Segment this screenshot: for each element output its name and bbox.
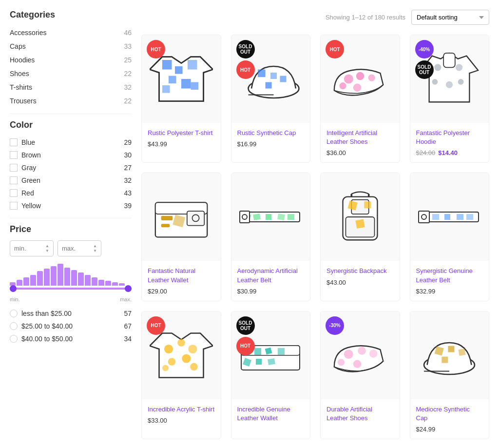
product-image: HOT	[142, 35, 221, 123]
sidebar-item-count: 22	[124, 70, 132, 78]
svg-rect-11	[270, 73, 277, 79]
svg-rect-6	[181, 79, 191, 89]
product-name: Synergistic Genuine Leather Belt	[416, 267, 483, 284]
svg-point-19	[353, 83, 362, 92]
sidebar-item-label: Caps	[10, 42, 26, 50]
color-checkbox-red[interactable]	[10, 189, 18, 197]
sidebar-item-label: Trousers	[10, 97, 37, 105]
product-card[interactable]: HOT Incredible Acrylic T-shirt $33.00	[141, 311, 221, 439]
product-image: HOT	[321, 35, 400, 123]
svg-rect-33	[161, 224, 170, 228]
color-label: Yellow	[21, 202, 41, 210]
sidebar-item-accessories[interactable]: Accessories46	[10, 26, 132, 39]
svg-rect-48	[364, 201, 371, 208]
color-item-red: Red43	[10, 187, 132, 199]
sidebar-item-count: 32	[124, 83, 132, 91]
product-image: -40% SOLD OUT	[410, 35, 489, 123]
product-original-price: $24.00	[416, 149, 436, 156]
color-label: Gray	[21, 164, 36, 172]
product-card[interactable]: Aerodynamic Artificial Leather Belt $30.…	[231, 173, 311, 301]
product-card[interactable]: Synergistic Backpack $43.00	[320, 173, 400, 301]
product-card[interactable]: -30% Durable Artificial Leather Shoes	[320, 311, 400, 439]
svg-point-21	[435, 64, 441, 71]
product-info: Rustic Synthetic Cap $16.99	[231, 123, 310, 154]
product-badge: HOT	[147, 40, 165, 58]
svg-point-18	[339, 82, 346, 89]
svg-rect-41	[288, 214, 294, 220]
price-min-input[interactable]	[14, 245, 41, 252]
histogram-bar	[17, 280, 22, 286]
product-image: -30%	[321, 312, 400, 399]
product-image	[321, 173, 400, 261]
price-max-down[interactable]: ▼	[93, 249, 97, 253]
color-item-gray: Gray27	[10, 161, 132, 174]
product-image	[231, 173, 310, 261]
price-ranges-list: less than $25.0057$25.00 to $40.0067$40.…	[10, 307, 132, 345]
histogram-bar	[58, 264, 63, 286]
product-card[interactable]: HOT Intelligent Artificial Leather Shoes…	[320, 35, 400, 163]
svg-rect-8	[191, 82, 198, 90]
price-range-radio[interactable]	[10, 322, 18, 330]
product-info: Mediocre Synthetic Cap $24.99	[410, 399, 489, 439]
price-slider[interactable]	[10, 288, 132, 290]
svg-rect-57	[466, 214, 473, 220]
product-card[interactable]: Mediocre Synthetic Cap $24.99	[410, 311, 490, 439]
product-card[interactable]: Synergistic Genuine Leather Belt $32.99	[410, 173, 490, 301]
sidebar-item-label: Shoes	[10, 70, 29, 78]
sidebar-item-shoes[interactable]: Shoes22	[10, 67, 132, 80]
color-checkbox-yellow[interactable]	[10, 202, 18, 210]
product-price: $16.99	[237, 140, 305, 148]
sidebar-item-trousers[interactable]: Trousers22	[10, 94, 132, 108]
color-item-brown: Brown30	[10, 149, 132, 161]
svg-rect-86	[442, 356, 448, 363]
price-max-up[interactable]: ▲	[93, 244, 97, 249]
svg-rect-71	[254, 348, 261, 355]
price-slider-min-handle[interactable]	[10, 285, 17, 292]
price-max-input[interactable]	[62, 245, 89, 252]
sidebar-item-label: Accessories	[10, 29, 46, 37]
color-checkbox-gray[interactable]	[10, 164, 18, 172]
svg-point-64	[168, 358, 175, 366]
sidebar-item-caps[interactable]: Caps33	[10, 39, 132, 53]
price-title: Price	[10, 224, 132, 234]
product-name: Mediocre Synthetic Cap	[416, 405, 483, 423]
product-badge: -40%	[415, 40, 434, 58]
color-checkbox-green[interactable]	[10, 176, 18, 184]
svg-rect-32	[161, 216, 173, 220]
product-card[interactable]: SOLD OUT HOT Rustic Synthetic Cap $16.99	[231, 35, 311, 163]
sort-select[interactable]: Default sorting Price: Low to High Price…	[411, 10, 489, 25]
colors-list: Blue29Brown30Gray27Green32Red43Yellow39	[10, 136, 132, 212]
price-histogram	[10, 261, 132, 286]
product-card[interactable]: SOLD OUT HOT Incredible Genuine Leather …	[231, 311, 311, 439]
svg-point-24	[432, 79, 438, 85]
svg-point-67	[190, 363, 198, 370]
product-card[interactable]: -40% SOLD OUT Fantastic Polyester Hoodie…	[410, 35, 490, 163]
categories-list: Accessories46Caps33Hoodies25Shoes22T-shi…	[10, 26, 132, 108]
product-badge: SOLD OUT	[236, 316, 255, 335]
price-min-up[interactable]: ▲	[45, 244, 49, 249]
product-card[interactable]: HOT Rustic Polyester T-shirt $43.99	[141, 35, 221, 163]
sidebar-item-hoodies[interactable]: Hoodies25	[10, 53, 132, 67]
svg-point-63	[188, 345, 197, 353]
product-info: Aerodynamic Artificial Leather Belt $30.…	[231, 261, 310, 300]
product-name: Fantastic Natural Leather Wallet	[148, 267, 215, 284]
price-range-radio[interactable]	[10, 335, 18, 343]
histogram-bar	[105, 281, 111, 286]
svg-rect-40	[277, 214, 285, 220]
product-name: Rustic Synthetic Cap	[237, 129, 305, 137]
price-range-label: less than $25.00	[21, 310, 72, 317]
color-item-yellow: Yellow39	[10, 199, 132, 212]
product-card[interactable]: Fantastic Natural Leather Wallet $29.00	[141, 173, 221, 301]
sidebar-item-t-shirts[interactable]: T-shirts32	[10, 80, 132, 94]
histogram-bar	[23, 277, 29, 286]
price-slider-max-handle[interactable]	[125, 285, 132, 292]
svg-rect-42	[240, 211, 250, 223]
price-range-radio[interactable]	[10, 310, 18, 317]
product-badge: -30%	[326, 316, 344, 335]
price-min-down[interactable]: ▼	[45, 249, 49, 253]
sidebar-item-count: 46	[124, 29, 132, 37]
color-checkbox-blue[interactable]	[10, 138, 18, 146]
color-label: Green	[21, 176, 40, 184]
product-name: Synergistic Backpack	[326, 267, 394, 275]
color-checkbox-brown[interactable]	[10, 151, 18, 159]
